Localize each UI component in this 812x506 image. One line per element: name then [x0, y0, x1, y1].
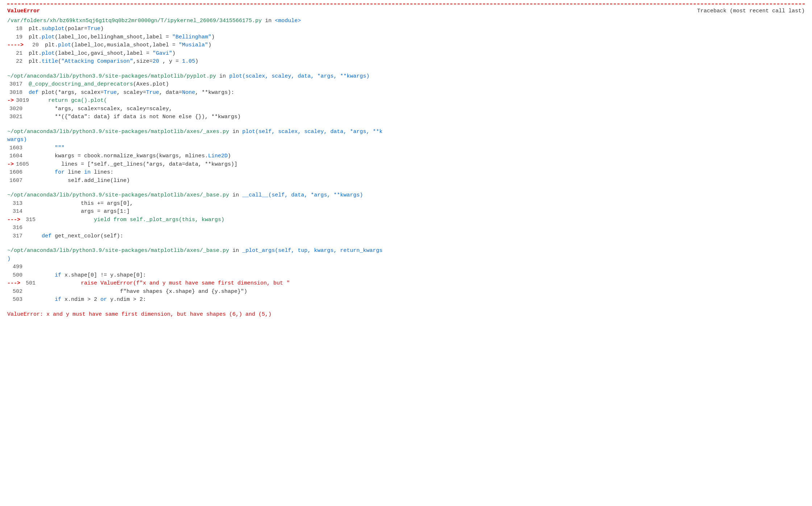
- code-line-501: ---> 501 raise ValueError(f"x and y must…: [7, 279, 805, 288]
- line-num-499: 499: [7, 263, 25, 271]
- line-num-1606: 1606: [7, 169, 25, 177]
- func-sig-2: plot(scalex, scaley, data, *args, **kwar…: [229, 73, 369, 79]
- code-content-3020: *args, scalex=scalex, scaley=scaley,: [25, 105, 172, 113]
- line-num-502: 502: [7, 288, 25, 296]
- line-num-1604: 1604: [7, 152, 25, 161]
- func-sig-1: <module>: [275, 18, 301, 24]
- in-keyword-3: in: [232, 129, 242, 135]
- code-content-3019: return gca().plot(: [32, 97, 107, 105]
- line-num-1605: 1605: [14, 161, 32, 169]
- section3-filepath-wrap: wargs): [7, 136, 805, 144]
- line-num-19: 19: [7, 33, 25, 42]
- func-sig-4: __call__(self, data, *args, **kwargs): [242, 192, 363, 198]
- line-num-20: 20: [24, 41, 42, 50]
- file-path-5: ~/opt/anaconda3/lib/python3.9/site-packa…: [7, 248, 229, 254]
- code-line-502: 502 f"have shapes {x.shape} and {y.shape…: [7, 288, 805, 296]
- line-num-1607: 1607: [7, 177, 25, 185]
- func-sig-3-wrap: wargs): [7, 137, 27, 143]
- in-keyword-2: in: [219, 73, 229, 79]
- code-content-3018: def plot(*args, scalex=True, scaley=True…: [25, 89, 234, 97]
- code-content-20: plt.plot(label_loc,musiala_shoot,label =…: [42, 41, 211, 50]
- line-num-1603: 1603: [7, 144, 25, 153]
- code-line-19: 19 plt.plot(label_loc,bellingham_shoot,l…: [7, 33, 805, 42]
- code-line-313: 313 this += args[0],: [7, 200, 805, 208]
- section2-filepath: ~/opt/anaconda3/lib/python3.9/site-packa…: [7, 72, 805, 81]
- code-line-314: 314 args = args[1:]: [7, 208, 805, 216]
- arrow-3019: ->: [7, 97, 14, 105]
- code-line-1604: 1604 kwargs = cbook.normalize_kwargs(kwa…: [7, 152, 805, 161]
- code-content-1606: for line in lines:: [25, 169, 113, 177]
- line-num-313: 313: [7, 200, 25, 208]
- code-content-500: if x.shape[0] != y.shape[0]:: [25, 271, 146, 280]
- line-num-500: 500: [7, 271, 25, 280]
- line-num-3020: 3020: [7, 105, 25, 113]
- func-sig-3: plot(self, scalex, scaley, data, *args, …: [242, 129, 382, 135]
- code-content-317: def get_next_color(self):: [25, 232, 123, 241]
- code-line-1607: 1607 self.add_line(line): [7, 177, 805, 185]
- line-num-315: 315: [20, 216, 38, 224]
- line-num-22: 22: [7, 58, 25, 66]
- in-keyword-1: in: [265, 18, 275, 24]
- code-content-1607: self.add_line(line): [25, 177, 130, 185]
- code-content-3021: **({"data": data} if data is not None el…: [25, 113, 241, 121]
- section3-filepath: ~/opt/anaconda3/lib/python3.9/site-packa…: [7, 128, 805, 136]
- line-num-317: 317: [7, 232, 25, 241]
- code-content-501: raise ValueError(f"x and y must have sam…: [38, 279, 290, 288]
- arrow-1605: ->: [7, 161, 14, 169]
- section5-filepath: ~/opt/anaconda3/lib/python3.9/site-packa…: [7, 247, 805, 255]
- code-line-503: 503 if x.ndim > 2 or y.ndim > 2:: [7, 296, 805, 304]
- final-error-message: ValueError: x and y must have same first…: [7, 311, 805, 319]
- code-content-313: this += args[0],: [25, 200, 133, 208]
- line-num-3019: 3019: [14, 97, 32, 105]
- code-content-1603: """: [25, 144, 65, 153]
- code-line-1603: 1603 """: [7, 144, 805, 153]
- traceback-section-2: ~/opt/anaconda3/lib/python3.9/site-packa…: [7, 72, 805, 121]
- code-content-3017: @_copy_docstring_and_deprecators(Axes.pl…: [25, 80, 169, 89]
- line-num-503: 503: [7, 296, 25, 304]
- file-path-4: ~/opt/anaconda3/lib/python3.9/site-packa…: [7, 192, 229, 198]
- section5-filepath-wrap: ): [7, 255, 805, 264]
- traceback-section-3: ~/opt/anaconda3/lib/python3.9/site-packa…: [7, 128, 805, 185]
- code-line-1605: -> 1605 lines = [*self._get_lines(*args,…: [7, 161, 805, 169]
- code-line-315: ---> 315 yield from self._plot_args(this…: [7, 216, 805, 224]
- top-border: [7, 4, 805, 4]
- traceback-container: ValueError Traceback (most recent call l…: [7, 4, 805, 319]
- code-content-1605: lines = [*self._get_lines(*args, data=da…: [32, 161, 237, 169]
- code-line-499: 499: [7, 263, 805, 271]
- in-keyword-4: in: [232, 192, 242, 198]
- arrow-315: --->: [7, 216, 20, 224]
- code-content-18: plt.subplot(polar=True): [25, 25, 104, 33]
- line-num-3017: 3017: [7, 80, 25, 89]
- arrow-20: ---->: [7, 41, 24, 50]
- code-line-3021: 3021 **({"data": data} if data is not No…: [7, 113, 805, 121]
- code-content-315: yield from self._plot_args(this, kwargs): [38, 216, 224, 224]
- section1-filepath: /var/folders/xh/bz69ktxn5qj6g1tq9q0bz2mr…: [7, 17, 805, 25]
- code-line-22: 22 plt.title("Attacking Comparison",size…: [7, 58, 805, 66]
- code-content-1604: kwargs = cbook.normalize_kwargs(kwargs, …: [25, 152, 231, 161]
- code-content-21: plt.plot(label_loc,gavi_shoot,label = "G…: [25, 50, 175, 58]
- code-line-316: 316: [7, 224, 805, 232]
- error-type: ValueError: [7, 7, 40, 16]
- code-line-3017: 3017 @_copy_docstring_and_deprecators(Ax…: [7, 80, 805, 89]
- code-line-3020: 3020 *args, scalex=scalex, scaley=scaley…: [7, 105, 805, 113]
- code-line-21: 21 plt.plot(label_loc,gavi_shoot,label =…: [7, 50, 805, 58]
- line-num-501: 501: [20, 279, 38, 288]
- code-line-18: 18 plt.subplot(polar=True): [7, 25, 805, 33]
- arrow-501: --->: [7, 279, 20, 288]
- code-line-3018: 3018 def plot(*args, scalex=True, scaley…: [7, 89, 805, 97]
- line-num-3018: 3018: [7, 89, 25, 97]
- traceback-section-4: ~/opt/anaconda3/lib/python3.9/site-packa…: [7, 191, 805, 240]
- line-num-18: 18: [7, 25, 25, 33]
- code-line-3019: -> 3019 return gca().plot(: [7, 97, 805, 105]
- file-path-3: ~/opt/anaconda3/lib/python3.9/site-packa…: [7, 129, 229, 135]
- line-num-314: 314: [7, 208, 25, 216]
- code-line-20: ----> 20 plt.plot(label_loc,musiala_shoo…: [7, 41, 805, 50]
- func-sig-5-wrap: ): [7, 256, 11, 262]
- traceback-section-5: ~/opt/anaconda3/lib/python3.9/site-packa…: [7, 247, 805, 304]
- line-num-3021: 3021: [7, 113, 25, 121]
- traceback-section-1: /var/folders/xh/bz69ktxn5qj6g1tq9q0bz2mr…: [7, 17, 805, 66]
- line-num-316: 316: [7, 224, 25, 232]
- code-content-22: plt.title("Attacking Comparison",size=20…: [25, 58, 198, 66]
- code-line-317: 317 def get_next_color(self):: [7, 232, 805, 241]
- file-path-2: ~/opt/anaconda3/lib/python3.9/site-packa…: [7, 73, 216, 79]
